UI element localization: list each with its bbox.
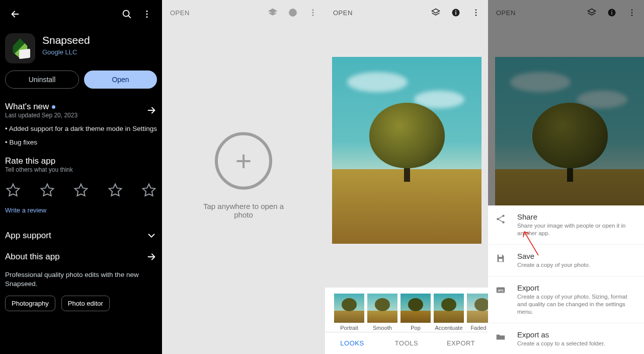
bottom-panel: Portrait Smooth Pop Accentuate Faded Gl … bbox=[325, 288, 488, 354]
category-chip[interactable]: Photography bbox=[5, 296, 55, 311]
about-description: Professional quality photo edits with th… bbox=[0, 269, 162, 296]
svg-point-15 bbox=[475, 15, 477, 16]
developer-link[interactable]: Google LLC bbox=[42, 48, 90, 56]
star-5[interactable] bbox=[141, 182, 157, 198]
about-app-row[interactable]: About this app bbox=[0, 248, 162, 269]
sheet-desc: Share your image with people or open it … bbox=[517, 222, 638, 237]
rate-subtitle: Tell others what you think bbox=[5, 166, 157, 173]
more-menu-icon[interactable] bbox=[303, 3, 323, 23]
snapseed-empty-panel: OPEN + Tap anywhere to open a photo bbox=[162, 0, 325, 354]
svg-point-2 bbox=[146, 14, 148, 15]
svg-point-14 bbox=[475, 12, 477, 14]
svg-point-12 bbox=[455, 10, 456, 11]
svg-point-7 bbox=[312, 9, 314, 11]
back-button[interactable] bbox=[5, 4, 25, 24]
last-updated: Last updated Sep 20, 2023 bbox=[5, 112, 146, 119]
info-icon[interactable] bbox=[446, 3, 466, 23]
look-label: Smooth bbox=[367, 325, 397, 331]
sheet-title: Save bbox=[517, 252, 638, 260]
sheet-desc: Create a copy to a selected folder. bbox=[517, 340, 638, 347]
category-chip[interactable]: Photo editor bbox=[61, 296, 110, 311]
snapseed-export-panel: OPEN Share Share your image with people … bbox=[488, 0, 644, 354]
svg-point-8 bbox=[312, 12, 314, 14]
sheet-item-save[interactable]: Save Create a copy of your photo. bbox=[488, 245, 644, 276]
folder-icon bbox=[491, 330, 510, 347]
share-icon bbox=[491, 213, 510, 237]
svg-rect-26 bbox=[499, 259, 502, 262]
snapseed-photo-panel: OPEN Portrait bbox=[325, 0, 488, 354]
look-label: Portrait bbox=[334, 325, 364, 331]
open-photo-area[interactable]: + Tap anywhere to open a photo bbox=[203, 132, 284, 219]
add-photo-icon: + bbox=[215, 132, 272, 189]
look-item-faded[interactable]: Faded Gl bbox=[467, 294, 488, 331]
info-icon[interactable] bbox=[283, 3, 303, 23]
app-support-row[interactable]: App support bbox=[0, 223, 162, 248]
new-dot-icon bbox=[52, 105, 55, 109]
look-item-smooth[interactable]: Smooth bbox=[367, 294, 397, 331]
svg-point-13 bbox=[475, 9, 477, 11]
svg-rect-25 bbox=[499, 255, 502, 257]
star-4[interactable] bbox=[107, 182, 123, 198]
sheet-title: Export as bbox=[517, 330, 638, 339]
sheet-title: Share bbox=[517, 213, 638, 221]
arrow-right-icon bbox=[146, 251, 157, 262]
sheet-desc: Create a copy of your photo. bbox=[517, 261, 638, 269]
sheet-desc: Create a copy of your photo. Sizing, for… bbox=[517, 293, 638, 316]
export-sheet: Share Share your image with people or op… bbox=[488, 205, 644, 354]
changelog-item: • Bug fixes bbox=[0, 135, 162, 149]
tab-looks[interactable]: LOOKS bbox=[325, 332, 379, 354]
rating-stars bbox=[0, 176, 162, 203]
open-menu-button[interactable]: OPEN bbox=[333, 9, 426, 17]
sheet-item-export-as[interactable]: Export as Create a copy to a selected fo… bbox=[488, 323, 644, 354]
svg-text:JPG: JPG bbox=[498, 289, 504, 292]
open-button[interactable]: Open bbox=[84, 70, 157, 89]
jpg-icon: JPG bbox=[491, 284, 510, 316]
star-1[interactable] bbox=[5, 182, 21, 198]
app-icon bbox=[5, 33, 35, 63]
tab-tools[interactable]: TOOLS bbox=[379, 332, 434, 354]
svg-point-6 bbox=[292, 10, 293, 11]
open-photo-prompt: Tap anywhere to open a photo bbox=[203, 201, 284, 219]
look-label: Accentuate bbox=[434, 325, 464, 331]
playstore-panel: Snapseed Google LLC Uninstall Open What'… bbox=[0, 0, 162, 354]
sheet-item-share[interactable]: Share Share your image with people or op… bbox=[488, 205, 644, 245]
svg-point-1 bbox=[146, 11, 148, 12]
svg-point-9 bbox=[312, 15, 314, 16]
whats-new-row[interactable]: What's new Last updated Sep 20, 2023 bbox=[0, 99, 162, 122]
svg-rect-11 bbox=[455, 12, 456, 15]
open-menu-button[interactable]: OPEN bbox=[170, 9, 263, 17]
arrow-right-icon bbox=[146, 105, 157, 116]
rate-title: Rate this app bbox=[5, 156, 157, 166]
app-support-label: App support bbox=[5, 231, 51, 241]
chevron-down-icon bbox=[146, 230, 157, 241]
look-label: Faded Gl bbox=[467, 325, 488, 331]
star-2[interactable] bbox=[39, 182, 55, 198]
sheet-title: Export bbox=[517, 284, 638, 292]
more-menu-icon[interactable] bbox=[137, 4, 157, 24]
about-title: About this app bbox=[5, 252, 60, 262]
svg-point-3 bbox=[146, 16, 148, 18]
write-review-link[interactable]: Write a review bbox=[0, 203, 162, 223]
photo-canvas[interactable] bbox=[332, 57, 481, 244]
save-icon bbox=[491, 252, 510, 269]
layers-icon[interactable] bbox=[426, 3, 446, 23]
app-name: Snapseed bbox=[42, 34, 90, 46]
looks-strip[interactable]: Portrait Smooth Pop Accentuate Faded Gl bbox=[325, 288, 488, 332]
star-3[interactable] bbox=[73, 182, 89, 198]
sheet-item-export[interactable]: JPG Export Create a copy of your photo. … bbox=[488, 276, 644, 323]
tab-export[interactable]: EXPORT bbox=[434, 332, 488, 354]
svg-rect-5 bbox=[292, 12, 293, 15]
whats-new-title: What's new bbox=[5, 102, 49, 111]
search-icon[interactable] bbox=[117, 4, 137, 24]
look-label: Pop bbox=[400, 325, 431, 331]
look-item-pop[interactable]: Pop bbox=[400, 294, 431, 331]
look-item-portrait[interactable]: Portrait bbox=[334, 294, 364, 331]
uninstall-button[interactable]: Uninstall bbox=[5, 70, 79, 89]
changelog-item: • Added support for a dark theme mode in… bbox=[0, 122, 162, 135]
layers-icon[interactable] bbox=[263, 3, 283, 23]
more-menu-icon[interactable] bbox=[466, 3, 486, 23]
look-item-accentuate[interactable]: Accentuate bbox=[434, 294, 464, 331]
